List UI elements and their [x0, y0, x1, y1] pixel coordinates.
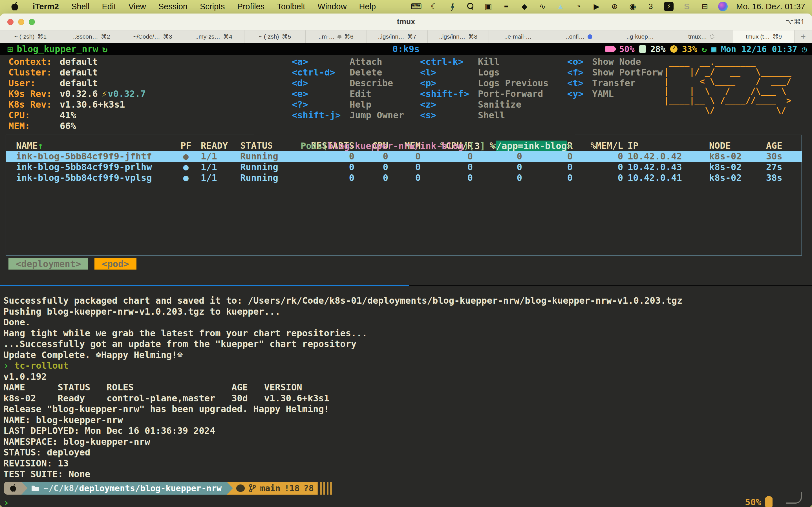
shell-line: NAMESPACE: blog-kuepper-nrw: [3, 436, 682, 447]
folder-icon: [31, 485, 40, 492]
menu-item[interactable]: Profiles: [231, 2, 271, 11]
battery-icon: [765, 497, 772, 507]
terminal-pane[interactable]: ⊞ blog_kupper_nrw ↻ 0:k9s 50% 28% 33% ↻ …: [0, 43, 812, 507]
menu-item[interactable]: Scripts: [194, 2, 231, 11]
tab-label: ~ (-zsh): [259, 33, 279, 40]
tab[interactable]: ..g-kuep…: [611, 31, 672, 43]
hotkey-label: Port-Forward: [478, 89, 543, 99]
menu-bar-clock[interactable]: Mo. 16. Dez. 01:37: [736, 2, 805, 11]
tab[interactable]: ..igs/inn… ⌘8: [428, 31, 489, 43]
scribble-icon[interactable]: ∿: [538, 2, 547, 11]
menu-item[interactable]: Edit: [96, 2, 122, 11]
siri-icon[interactable]: ◎: [718, 2, 728, 11]
info-value: v0.32.6: [60, 89, 98, 99]
filter-open: <: [491, 140, 496, 151]
powerline-fade: [317, 482, 333, 495]
k9s-info-row: MEM:66%: [8, 121, 146, 131]
tab[interactable]: ..m-… ⌘6: [306, 31, 367, 43]
powerline-git-segment[interactable]: main !18 ?8: [233, 482, 317, 495]
k9s-info-row: K8s Rev:v1.30.6+k3s1: [8, 99, 146, 110]
tab[interactable]: tmux…: [672, 31, 733, 43]
hotkey-row: <s>Shell: [420, 110, 548, 121]
bell-icon[interactable]: ◉: [628, 2, 638, 11]
search-icon[interactable]: ○: [465, 2, 475, 11]
tab-badge-icon: [338, 35, 342, 38]
info-value: 41%: [60, 110, 76, 121]
apple-icon[interactable]: [11, 2, 19, 11]
breadcrumb-button[interactable]: <pod>: [94, 258, 136, 270]
breadcrumb-button[interactable]: <deployment>: [8, 258, 88, 270]
menu-item[interactable]: Toolbelt: [271, 2, 311, 11]
tab-shortcut: ⌘3: [163, 33, 172, 40]
info-value: default: [60, 56, 98, 67]
close-button[interactable]: [7, 19, 13, 25]
mountains-icon[interactable]: ▲: [556, 2, 565, 11]
hotkey-row: <f>Show PortForw: [567, 67, 663, 78]
tab-bar: ~ (-zsh) ⌘1 ..8scon… ⌘2 ~/Code/… ⌘3 ..my…: [0, 31, 812, 43]
toggles-icon[interactable]: ⊟: [700, 2, 710, 11]
ink-blog-5bb84cf9f9-jfhtf-icon[interactable]: ink-blog-5bb84cf9f9-jfhtf ● 1/1 Running …: [6, 151, 802, 162]
tab[interactable]: ~/Code/… ⌘3: [122, 31, 184, 43]
shell-prompt[interactable]: ›: [3, 497, 9, 507]
hotkey-label: Shell: [478, 110, 505, 121]
tab[interactable]: ..e-mail-…: [489, 31, 550, 43]
shell-line: REVISION: 13: [3, 458, 682, 469]
hotkey-key: <o>: [567, 56, 592, 67]
tab[interactable]: tmux (t… ⌘9: [733, 31, 795, 43]
shield-icon[interactable]: ◆: [520, 2, 529, 11]
play-icon[interactable]: ▶: [592, 2, 601, 11]
shell-line: Hang tight while we grab the latest from…: [3, 328, 682, 339]
three-icon[interactable]: 3: [646, 2, 656, 11]
tmux-session[interactable]: ⊞ blog_kupper_nrw ↻: [7, 44, 108, 54]
upgrade-version: v0.32.7: [108, 89, 146, 99]
col-ready[interactable]: READY: [194, 140, 232, 151]
tmux-pane-divider[interactable]: [0, 285, 812, 286]
col-mem-l[interactable]: %MEM/L: [573, 140, 623, 151]
hotkey-row: <e>Edit: [292, 89, 404, 99]
menu-item[interactable]: View: [122, 2, 152, 11]
ink-blog-5bb84cf9f9-prlhw-icon[interactable]: ink-blog-5bb84cf9f9-prlhw ● 1/1 Running …: [6, 162, 802, 172]
shell-line: NAME: blog-kuepper-nrw: [3, 414, 682, 426]
paperclip-icon[interactable]: ∮: [448, 2, 457, 11]
tab[interactable]: ..onfi…: [550, 31, 611, 43]
new-tab-button[interactable]: +: [795, 31, 812, 43]
tab[interactable]: ~ (-zsh) ⌘5: [245, 31, 306, 43]
git-branch-icon: [249, 484, 256, 492]
hotkey-key: <?>: [292, 99, 350, 110]
col-pf[interactable]: PF: [178, 140, 194, 151]
bolt-icon[interactable]: ⚡: [664, 2, 673, 11]
keyboard-icon[interactable]: ⌨: [411, 2, 421, 11]
shell-line: STATUS: deployed: [3, 447, 682, 458]
tab-shortcut: ⌘1: [37, 33, 47, 40]
tmux-window-name[interactable]: 0:k9s: [393, 44, 419, 54]
openai-icon[interactable]: ⊛: [610, 2, 619, 11]
hotkey-key: <a>: [292, 56, 350, 67]
menu-item[interactable]: Shell: [65, 2, 96, 11]
col-node[interactable]: NODE: [705, 140, 762, 151]
tab[interactable]: ..igs/inn… ⌘7: [367, 31, 428, 43]
zoom-button[interactable]: [29, 19, 35, 25]
tab[interactable]: ..my-zs… ⌘4: [183, 31, 245, 43]
clock-badge-icon[interactable]: ◔: [574, 2, 583, 11]
camera-icon[interactable]: ▣: [484, 2, 493, 11]
moon-icon[interactable]: ☾: [429, 2, 439, 11]
minimize-button[interactable]: [18, 19, 24, 25]
tab[interactable]: ~ (-zsh) ⌘1: [0, 31, 61, 43]
menu-item[interactable]: Window: [311, 2, 353, 11]
menu-item[interactable]: Session: [152, 2, 194, 11]
hotkey-key: <s>: [420, 110, 478, 121]
battery-percent: 50%: [619, 44, 635, 54]
list-icon[interactable]: ≡: [502, 2, 511, 11]
k9s-hotkeys-column-1: <a>Attach<ctrl-d>Delete<d>Describe<e>Edi…: [292, 56, 404, 121]
col-ip[interactable]: IP: [623, 140, 705, 151]
ink-blog-5bb84cf9f9-vplsg-icon[interactable]: ink-blog-5bb84cf9f9-vplsg ● 1/1 Running …: [6, 172, 802, 183]
pod-mem: 0: [388, 151, 421, 162]
s-icon[interactable]: S: [682, 2, 692, 11]
col-name[interactable]: NAME↑: [16, 140, 178, 151]
tab[interactable]: ..8scon… ⌘2: [61, 31, 122, 43]
powerline-path-segment[interactable]: ~/C/k8/deployments/blog-kuepper-nrw: [28, 482, 227, 495]
col-age[interactable]: AGE: [762, 140, 802, 151]
menu-item[interactable]: Help: [353, 2, 382, 11]
menu-item[interactable]: iTerm2: [27, 2, 65, 11]
tab-label: ..e-mail-…: [504, 33, 532, 40]
